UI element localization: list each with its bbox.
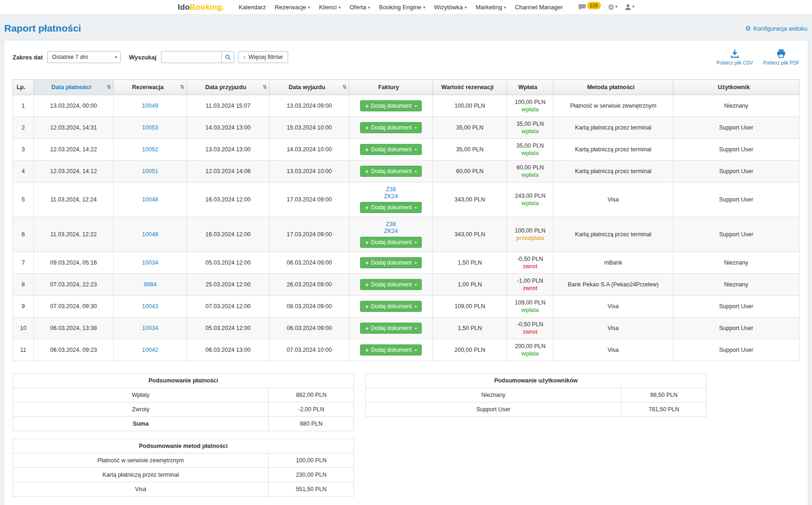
cell-arrival-date: 05.03.2024 12:00 bbox=[187, 252, 270, 274]
cell-payment: 35,00 PLN wpłata bbox=[507, 139, 554, 161]
add-document-label: Dodaj dokument bbox=[371, 124, 412, 131]
nav-item-channel-manager[interactable]: Channel Manager bbox=[515, 4, 563, 11]
summary-payments: Podsumowanie płatności Wpłaty882,00 PLNZ… bbox=[13, 373, 354, 431]
cell-invoices: + Dodaj dokument ▾ bbox=[349, 296, 433, 317]
settings-menu-button[interactable]: ⚙ ▾ bbox=[608, 4, 618, 11]
search-button[interactable] bbox=[221, 51, 234, 63]
cell-reservation-value: 1,50 PLN bbox=[433, 252, 507, 274]
summary-row-value: 882,00 PLN bbox=[269, 388, 354, 402]
date-range-select[interactable]: Ostatnie 7 dni ▾ bbox=[47, 51, 121, 63]
search-label: Wyszukaj bbox=[129, 54, 156, 61]
reservation-link[interactable]: 10048 bbox=[142, 196, 158, 203]
add-document-button[interactable]: + Dodaj dokument ▾ bbox=[360, 279, 422, 290]
nav-item-rezerwacje[interactable]: Rezerwacje ▾ bbox=[275, 4, 310, 11]
reservation-link[interactable]: 9984 bbox=[144, 281, 157, 288]
user-icon bbox=[625, 4, 632, 11]
reservation-link[interactable]: 10043 bbox=[142, 303, 158, 310]
more-filters-button[interactable]: ‹ Więcej filtrów bbox=[238, 51, 288, 63]
reservation-link[interactable]: 10052 bbox=[142, 146, 158, 153]
add-document-button[interactable]: + Dodaj dokument ▾ bbox=[360, 301, 422, 312]
cell-reservation-value: 1,00 PLN bbox=[433, 274, 507, 296]
search-input[interactable] bbox=[161, 51, 221, 63]
cell-row-number: 10 bbox=[13, 317, 34, 339]
cell-departure-date: 26.03.2024 09:00 bbox=[270, 274, 349, 296]
cell-row-number: 11 bbox=[13, 339, 34, 361]
logo[interactable]: IdoBooking. bbox=[178, 3, 224, 12]
reservation-link[interactable]: 10053 bbox=[142, 124, 158, 131]
nav-item-label: Kalendarz bbox=[238, 4, 266, 11]
column-header-4[interactable]: Data wyjazdu⇅ bbox=[270, 80, 349, 95]
summary-methods-title: Podsumowanie metod płatności bbox=[13, 439, 354, 453]
reservation-link[interactable]: 10049 bbox=[142, 103, 158, 109]
nav-item-booking-engine[interactable]: Booking Engine ▾ bbox=[379, 4, 425, 11]
column-header-2[interactable]: Rezerwacja⇅ bbox=[114, 80, 187, 95]
download-csv-button[interactable]: Pobierz plik CSV bbox=[716, 49, 753, 65]
view-configuration-link[interactable]: ⚙ Konfiguracja widoku bbox=[745, 25, 807, 32]
cell-arrival-date: 07.03.2024 12:00 bbox=[187, 296, 270, 317]
cell-payment: 60,00 PLN wpłata bbox=[507, 161, 554, 182]
nav-item-kalendarz[interactable]: Kalendarz bbox=[238, 4, 266, 11]
chevron-down-icon: ▾ bbox=[308, 5, 310, 10]
cell-arrival-date: 06.03.2024 13:00 bbox=[187, 339, 270, 361]
chevron-left-icon: ‹ bbox=[244, 53, 245, 60]
add-document-button[interactable]: + Dodaj dokument ▾ bbox=[360, 344, 422, 356]
cell-departure-date: 13.03.2024 09:00 bbox=[270, 95, 349, 117]
nav-item-wizytówka[interactable]: Wizytówka ▾ bbox=[434, 4, 467, 11]
add-document-button[interactable]: + Dodaj dokument ▾ bbox=[360, 202, 422, 213]
nav-item-oferta[interactable]: Oferta ▾ bbox=[349, 4, 370, 11]
add-document-button[interactable]: + Dodaj dokument ▾ bbox=[360, 237, 422, 248]
add-document-label: Dodaj dokument bbox=[371, 204, 412, 211]
summary-row-label: Kartą płatniczą przez terminal bbox=[13, 468, 269, 482]
chevron-down-icon: ▾ bbox=[115, 55, 117, 59]
reservation-link[interactable]: 10034 bbox=[142, 259, 158, 266]
cell-arrival-date: 16.03.2024 12:00 bbox=[187, 182, 270, 217]
cell-departure-date: 17.03.2024 09:00 bbox=[270, 217, 349, 252]
cell-arrival-date: 16.03.2024 12:00 bbox=[187, 217, 270, 252]
nav-item-klienci[interactable]: Klienci ▾ bbox=[319, 4, 341, 11]
summary-row: Nieznany98,50 PLN bbox=[366, 388, 707, 402]
summary-users: Podsumowanie użytkowników Nieznany98,50 … bbox=[365, 373, 707, 417]
column-header-label: Data przyjazdu bbox=[205, 84, 246, 91]
invoice-link[interactable]: ZK24 bbox=[352, 193, 430, 200]
table-row: 7 09.03.2024, 05:16 10034 05.03.2024 12:… bbox=[13, 252, 799, 274]
add-document-button[interactable]: + Dodaj dokument ▾ bbox=[360, 166, 422, 177]
messages-button[interactable]: 225 bbox=[578, 4, 601, 11]
cell-invoices: Z38ZK24 + Dodaj dokument ▾ bbox=[349, 182, 433, 217]
table-row: 2 12.03.2024, 14:31 10053 14.03.2024 13:… bbox=[13, 117, 799, 139]
cell-user: Support User bbox=[673, 139, 799, 161]
add-document-button[interactable]: + Dodaj dokument ▾ bbox=[360, 323, 422, 334]
invoice-link[interactable]: ZK24 bbox=[352, 228, 430, 234]
download-pdf-button[interactable]: Pobierz plik PDF bbox=[763, 49, 799, 65]
reservation-link[interactable]: 10042 bbox=[142, 347, 158, 353]
download-pdf-label: Pobierz plik PDF bbox=[763, 60, 799, 65]
column-header-6: Wartość rezerwacji bbox=[433, 80, 507, 95]
cell-user: Support User bbox=[673, 317, 799, 339]
reservation-link[interactable]: 10048 bbox=[142, 231, 158, 238]
plus-icon: + bbox=[365, 205, 369, 211]
invoice-link[interactable]: Z38 bbox=[352, 186, 430, 193]
reservation-link[interactable]: 10051 bbox=[142, 168, 158, 175]
cell-invoices: + Dodaj dokument ▾ bbox=[349, 95, 433, 117]
column-header-3[interactable]: Data przyjazdu⇅ bbox=[187, 80, 270, 95]
user-menu-button[interactable]: ▾ bbox=[625, 4, 635, 11]
summary-methods: Podsumowanie metod płatności Płatność w … bbox=[13, 439, 354, 497]
cell-departure-date: 06.03.2024 09:00 bbox=[270, 252, 349, 274]
nav-item-label: Klienci bbox=[319, 4, 336, 11]
add-document-button[interactable]: + Dodaj dokument ▾ bbox=[360, 144, 422, 155]
cell-invoices: + Dodaj dokument ▾ bbox=[349, 252, 433, 274]
add-document-button[interactable]: + Dodaj dokument ▾ bbox=[360, 122, 422, 133]
cell-payment: -0,50 PLN zwrot bbox=[507, 252, 554, 274]
add-document-button[interactable]: + Dodaj dokument ▾ bbox=[360, 257, 422, 268]
cell-arrival-date: 13.03.2024 13:00 bbox=[187, 139, 270, 161]
chevron-down-icon: ▾ bbox=[465, 5, 467, 10]
add-document-button[interactable]: + Dodaj dokument ▾ bbox=[360, 100, 422, 111]
reservation-link[interactable]: 10034 bbox=[142, 325, 158, 331]
payment-amount: 243,00 PLN bbox=[510, 193, 550, 199]
column-header-1[interactable]: Data płatności⇅ bbox=[34, 80, 114, 95]
nav-item-marketing[interactable]: Marketing ▾ bbox=[476, 4, 506, 11]
invoice-link[interactable]: Z38 bbox=[352, 221, 430, 227]
cell-departure-date: 14.03.2024 10:00 bbox=[270, 139, 349, 161]
add-document-label: Dodaj dokument bbox=[371, 303, 412, 310]
column-header-label: Metoda płatności bbox=[587, 84, 634, 91]
invoice-links: Z38ZK24 bbox=[352, 186, 430, 200]
